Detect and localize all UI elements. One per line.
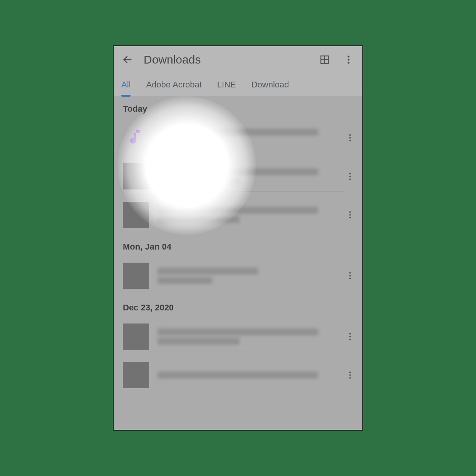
file-list[interactable]: Today 343 B, just now xyxy=(114,96,362,394)
more-vert-icon xyxy=(349,211,351,219)
item-overflow-button[interactable] xyxy=(344,163,356,189)
file-info xyxy=(149,199,344,230)
file-title-redacted xyxy=(158,372,318,379)
svg-point-5 xyxy=(348,59,350,61)
item-overflow-button[interactable] xyxy=(344,263,356,289)
file-meta: 343 B, just now xyxy=(158,138,340,147)
file-meta-redacted xyxy=(158,216,240,223)
item-overflow-button[interactable] xyxy=(344,362,356,388)
file-info xyxy=(149,161,344,192)
more-vert-icon xyxy=(349,272,351,280)
svg-point-14 xyxy=(349,214,351,216)
svg-point-17 xyxy=(349,275,351,277)
file-info xyxy=(149,321,344,352)
svg-point-13 xyxy=(349,211,351,213)
app-bar: Downloads xyxy=(114,46,362,73)
file-meta-redacted xyxy=(158,338,240,345)
overflow-menu-button[interactable] xyxy=(341,52,356,67)
item-overflow-button[interactable] xyxy=(344,202,356,228)
file-title-redacted xyxy=(158,168,318,175)
file-title-redacted xyxy=(158,329,318,335)
filter-tabs: All Adobe Acrobat LINE Download xyxy=(114,73,362,96)
file-thumbnail xyxy=(123,202,149,228)
more-vert-icon xyxy=(349,332,351,341)
list-item[interactable] xyxy=(114,356,362,394)
svg-point-11 xyxy=(349,176,351,177)
svg-point-24 xyxy=(349,377,351,379)
page-title: Downloads xyxy=(144,53,308,66)
grid-view-icon xyxy=(320,55,330,65)
item-overflow-button[interactable] xyxy=(344,323,356,350)
svg-point-6 xyxy=(348,62,350,64)
svg-point-18 xyxy=(349,278,351,279)
tab-all[interactable]: All xyxy=(121,80,131,90)
file-thumbnail xyxy=(123,323,149,350)
tab-line[interactable]: LINE xyxy=(217,80,236,90)
file-info: 343 B, just now xyxy=(149,122,344,153)
svg-point-19 xyxy=(349,333,351,335)
svg-point-9 xyxy=(349,140,351,141)
svg-point-7 xyxy=(349,134,351,136)
section-header-jan04: Mon, Jan 04 xyxy=(114,234,362,256)
file-thumbnail xyxy=(123,163,149,189)
list-item[interactable] xyxy=(114,256,362,295)
svg-point-16 xyxy=(349,272,351,274)
svg-point-15 xyxy=(349,217,351,218)
downloads-screen: Downloads All Adobe Acrobat LINE Downloa… xyxy=(113,45,363,431)
list-item[interactable]: 343 B, just now xyxy=(114,119,362,157)
file-title-redacted xyxy=(158,268,258,275)
section-header-dec23: Dec 23, 2020 xyxy=(114,295,362,317)
file-meta-redacted xyxy=(158,277,212,284)
list-item[interactable] xyxy=(114,196,362,234)
svg-point-22 xyxy=(349,372,351,373)
svg-point-21 xyxy=(349,339,351,340)
svg-point-12 xyxy=(349,178,351,180)
file-thumbnail xyxy=(123,263,149,289)
file-title-redacted xyxy=(158,129,318,136)
list-item[interactable] xyxy=(114,317,362,356)
more-vert-icon xyxy=(349,172,351,181)
file-info xyxy=(149,360,344,391)
svg-point-20 xyxy=(349,336,351,337)
tab-download[interactable]: Download xyxy=(251,80,289,90)
back-button[interactable] xyxy=(120,52,135,67)
file-info xyxy=(149,260,344,291)
svg-point-4 xyxy=(348,56,350,58)
more-vert-icon xyxy=(347,55,350,64)
file-thumbnail-music xyxy=(123,125,149,151)
music-note-icon xyxy=(128,129,144,147)
file-thumbnail xyxy=(123,362,149,388)
file-meta-redacted xyxy=(158,178,240,184)
svg-point-10 xyxy=(349,173,351,174)
section-header-today: Today xyxy=(114,96,362,119)
svg-point-8 xyxy=(349,137,351,139)
svg-point-23 xyxy=(349,374,351,376)
more-vert-icon xyxy=(349,371,351,379)
item-overflow-button[interactable] xyxy=(344,125,356,151)
grid-view-button[interactable] xyxy=(317,52,332,67)
more-vert-icon xyxy=(349,134,351,142)
tab-adobe-acrobat[interactable]: Adobe Acrobat xyxy=(146,80,201,90)
back-arrow-icon xyxy=(122,54,133,65)
list-item[interactable] xyxy=(114,157,362,196)
file-title-redacted xyxy=(158,207,318,214)
